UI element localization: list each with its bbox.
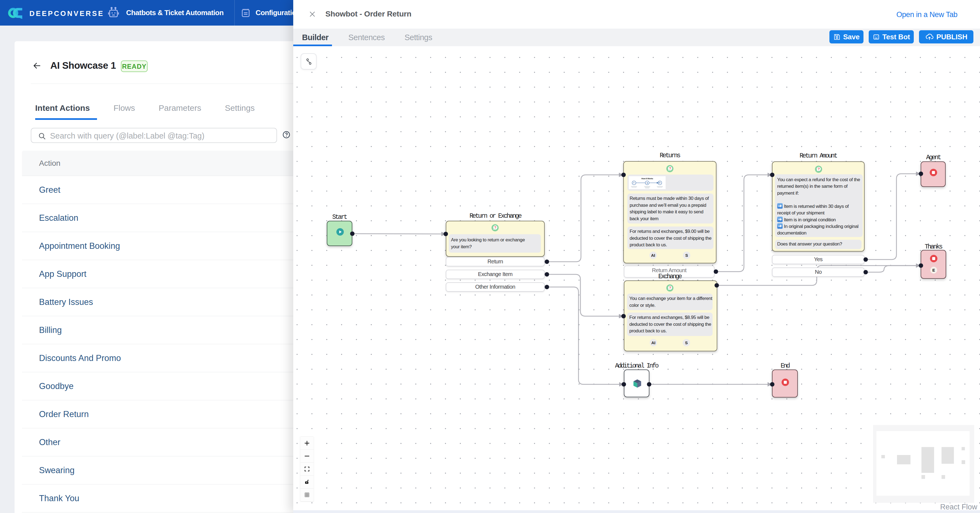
svg-text:?: ? (669, 166, 671, 170)
svg-text:?: ? (818, 167, 820, 171)
svg-text:?: ? (669, 286, 671, 290)
svg-text:$: $ (647, 182, 648, 184)
svg-text:?: ? (494, 225, 496, 229)
svg-text:How It Works: How It Works (641, 177, 653, 180)
